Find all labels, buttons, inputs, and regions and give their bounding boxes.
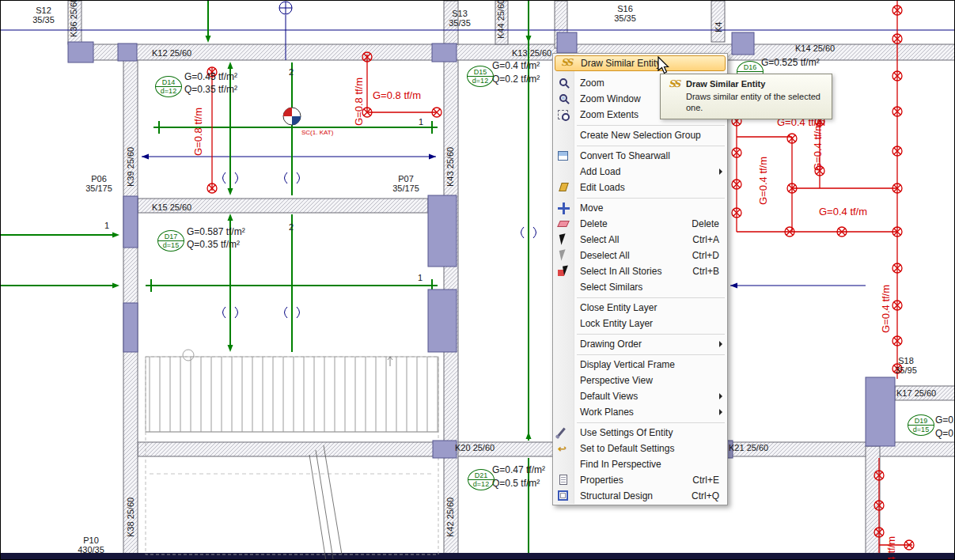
beam-label-k20: K20 25/60 bbox=[455, 443, 495, 452]
slab-load-d17-q: Q=0.35 tf/m² bbox=[187, 240, 240, 250]
beam-load-red-6: G=0.4 tf/m bbox=[813, 123, 824, 171]
menu-item-default-views[interactable]: Default Views bbox=[553, 388, 727, 404]
beam-label-k21: K21 25/60 bbox=[729, 443, 768, 452]
draw-similar-icon: SS bbox=[669, 78, 679, 89]
slab-bubble-d19: D19d=15 bbox=[908, 414, 934, 436]
slab-bubble-d15: D15d=12 bbox=[467, 66, 494, 87]
menu-item-display-vertical-frame[interactable]: Display Vertical Frame bbox=[553, 357, 727, 373]
wall-label-p06: P06 35/175 bbox=[78, 174, 119, 194]
menu-item-label: Draw Similar Entity bbox=[581, 58, 661, 69]
menu-item-label: Properties bbox=[580, 475, 623, 486]
menu-item-tooltip: SS Draw Similar Entity Draws similar ent… bbox=[660, 74, 832, 119]
menu-item-label: Select In All Stories bbox=[580, 266, 661, 277]
deselect-all-icon bbox=[559, 249, 568, 260]
submenu-arrow-icon bbox=[719, 393, 722, 399]
slab-bubble-d17: D17d=15 bbox=[157, 230, 184, 252]
axis-number: 2 bbox=[289, 67, 294, 77]
menu-item-select-similars[interactable]: Select Similars bbox=[553, 279, 727, 295]
beam-load-red-7: G=0.4 tf/m bbox=[819, 206, 867, 218]
slab-label-s12: S12 35/35 bbox=[25, 6, 63, 25]
menu-item-label: Default Views bbox=[580, 391, 638, 402]
beam-load-red-5: G=0.4 tf/m bbox=[758, 157, 770, 205]
menu-item-work-planes[interactable]: Work Planes bbox=[553, 404, 727, 420]
menu-item-label: Zoom bbox=[580, 78, 604, 89]
menu-item-use-settings-of-entity[interactable]: Use Settings Of Entity bbox=[553, 425, 727, 441]
menu-item-deselect-all[interactable]: Deselect AllCtrl+D bbox=[553, 248, 727, 263]
section-mark-label: SC(1. KAT) bbox=[301, 130, 333, 137]
menu-item-move[interactable]: Move bbox=[553, 200, 727, 216]
menu-item-select-in-all-stories[interactable]: Select In All StoriesCtrl+B bbox=[553, 263, 727, 279]
menu-item-select-all[interactable]: Select AllCtrl+A bbox=[553, 232, 727, 248]
menu-item-label: Move bbox=[580, 202, 603, 214]
menu-item-lock-entity-layer[interactable]: Lock Entity Layer bbox=[553, 316, 727, 331]
slab-load-d21-q: Q=0.5 tf/m² bbox=[492, 479, 540, 489]
tooltip-title: Draw Similar Entity bbox=[686, 79, 765, 89]
menu-item-create-new-selection-group[interactable]: Create New Selection Group bbox=[553, 127, 727, 143]
settings-entity-icon bbox=[557, 428, 566, 437]
slab-label-s16: S16 35/35 bbox=[606, 4, 644, 24]
select-stories-icon bbox=[558, 266, 570, 278]
tooltip-body: Draws similar entity of the selected one… bbox=[686, 91, 822, 114]
slab-load-d15-g: G=0.4 tf/m² bbox=[492, 61, 540, 71]
slab-bubble-d14: D14d=12 bbox=[155, 76, 182, 97]
axis-number: 1 bbox=[104, 221, 109, 230]
properties-icon bbox=[559, 475, 567, 485]
slab-label-s18: S18 35/95 bbox=[887, 356, 925, 376]
edit-loads-icon bbox=[559, 183, 569, 191]
beam-label-k17: K17 25/60 bbox=[896, 388, 936, 398]
menu-item-label: Structural Design bbox=[580, 490, 653, 501]
submenu-arrow-icon bbox=[719, 409, 722, 415]
menu-item-structural-design[interactable]: Structural DesignCtrl+Q bbox=[553, 488, 727, 504]
menu-item-label: Convert To Shearwall bbox=[580, 150, 670, 161]
menu-item-label: Work Planes bbox=[580, 407, 634, 418]
slab-bubble-d21: D21d=12 bbox=[468, 469, 495, 490]
menu-item-edit-loads[interactable]: Edit Loads bbox=[553, 180, 727, 195]
menu-item-label: Select All bbox=[580, 234, 619, 245]
menu-item-drawing-order[interactable]: Drawing Order bbox=[553, 336, 727, 352]
submenu-arrow-icon bbox=[719, 168, 722, 175]
menu-item-label: Delete bbox=[580, 218, 608, 229]
slab-load-d19-g: G=0. bbox=[935, 415, 955, 426]
beam-label-k38: K38 25/60 bbox=[126, 498, 135, 537]
axis-number: 2 bbox=[289, 222, 294, 232]
menu-shortcut: Ctrl+Q bbox=[692, 488, 719, 504]
menu-item-add-load[interactable]: Add Load bbox=[553, 164, 727, 180]
beam-label-k12: K12 25/60 bbox=[152, 48, 191, 58]
default-settings-icon bbox=[558, 441, 567, 457]
beam-label-k15: K15 25/60 bbox=[152, 202, 191, 212]
beam-load-red-8: G=0.4 tf/m bbox=[881, 285, 892, 333]
menu-shortcut: Delete bbox=[692, 216, 719, 232]
menu-shortcut: Ctrl+B bbox=[692, 263, 719, 279]
menu-item-label: Drawing Order bbox=[580, 339, 642, 350]
menu-item-close-entity-layer[interactable]: Close Entity Layer bbox=[553, 300, 727, 316]
beam-label-k42: K42 25/60 bbox=[445, 498, 455, 537]
menu-item-label: Use Settings Of Entity bbox=[580, 427, 673, 438]
beam-load-red-1: G=0.8 tf/m bbox=[193, 108, 205, 156]
section-symbol bbox=[283, 108, 301, 125]
menu-item-label: Edit Loads bbox=[580, 182, 625, 193]
menu-item-find-in-perspective[interactable]: Find In Perspective bbox=[553, 456, 727, 472]
bottom-wall bbox=[1, 553, 955, 560]
menu-item-label: Close Entity Layer bbox=[580, 302, 657, 313]
menu-item-delete[interactable]: DeleteDelete bbox=[553, 216, 727, 232]
slab-load-d19-q: Q=0. bbox=[935, 429, 955, 439]
menu-item-set-to-default-settings[interactable]: Set to Default Settings bbox=[553, 441, 727, 456]
slab-label-s13: S13 35/35 bbox=[441, 9, 479, 28]
beam-load-red-9: G=0.4 tf/m bbox=[886, 536, 898, 560]
menu-item-convert-to-shearwall[interactable]: Convert To Shearwall bbox=[553, 148, 727, 164]
beam-label-k39: K39 25/60 bbox=[126, 147, 135, 187]
menu-item-label: Select Similars bbox=[580, 282, 642, 293]
menu-item-properties[interactable]: PropertiesCtrl+E bbox=[553, 472, 727, 488]
menu-item-label: Zoom Extents bbox=[580, 109, 639, 120]
shearwall-icon bbox=[558, 151, 568, 161]
menu-item-label: Set to Default Settings bbox=[580, 443, 674, 454]
menu-item-label: Deselect All bbox=[580, 250, 630, 261]
axis-number: 1 bbox=[419, 117, 423, 127]
context-menu: SSDraw Similar EntityZoomZoom WindowZoom… bbox=[552, 53, 728, 505]
zoom-icon bbox=[559, 78, 567, 86]
menu-item-label: Create New Selection Group bbox=[580, 130, 701, 141]
menu-item-perspective-view[interactable]: Perspective View bbox=[553, 373, 727, 388]
delete-icon bbox=[557, 221, 570, 227]
menu-item-draw-similar-entity[interactable]: SSDraw Similar Entity bbox=[555, 55, 726, 71]
zoom-window-icon bbox=[559, 94, 567, 102]
